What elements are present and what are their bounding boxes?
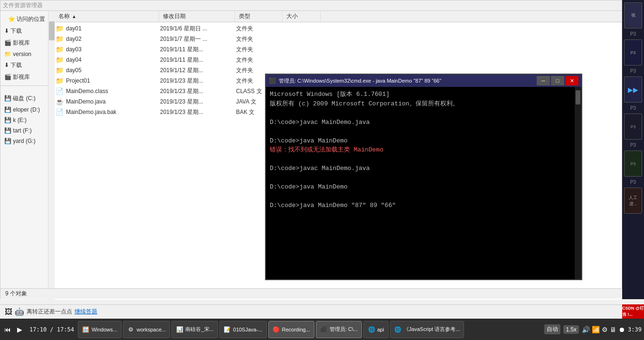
toolbar-link[interactable]: 继续答题 bbox=[75, 308, 97, 316]
playback-speed[interactable]: 1.5x bbox=[563, 325, 579, 334]
record-icon[interactable]: ⏺ bbox=[618, 326, 625, 333]
file-name-2: day03 bbox=[66, 46, 160, 53]
table-row[interactable]: 📁 day01 2019/1/6 星期日 ... 文件夹 bbox=[55, 23, 622, 34]
video-thumb-6[interactable]: 人工进... bbox=[624, 188, 642, 214]
cmd-body: Microsoft Windows [版本 6.1.7601]版权所有 (c) … bbox=[266, 87, 581, 279]
taskbar-btn-api[interactable]: 🌐api bbox=[363, 321, 388, 338]
cmd-line: D:\code>java MainDemo "87" 89 "66" bbox=[270, 201, 578, 210]
cmd-line: D:\code>java MainDemo bbox=[270, 136, 578, 146]
col-type-header[interactable]: 类型 bbox=[235, 11, 283, 22]
taskbar-btn-label-4: Recording... bbox=[282, 327, 310, 332]
sidebar-item-diskE[interactable]: 💾 k (E:) bbox=[0, 115, 52, 125]
bottom-toolbar: 🖼 🤖 离转正还差一点点 继续答题 bbox=[0, 304, 622, 319]
cmd-window[interactable]: ⬛ 管理员: C:\Windows\System32\cmd.exe - jav… bbox=[265, 74, 582, 280]
taskbar-btn-label-1: workspace... bbox=[137, 327, 166, 332]
video-thumb-5[interactable]: P3 bbox=[624, 151, 642, 177]
file-type-1: 文件夹 bbox=[236, 35, 284, 43]
sidebar-item-quick-access[interactable]: ⭐ 访问的位置 bbox=[4, 13, 52, 25]
explorer-header-text: 文件资源管理器 bbox=[3, 1, 43, 9]
cmd-line: D:\code>javac MainDemo.java bbox=[270, 118, 578, 127]
taskbar-btn-Windows[interactable]: 🪟Windows... bbox=[78, 321, 122, 338]
video-thumb-3[interactable]: ▶▶ bbox=[624, 76, 642, 103]
display-icon[interactable]: 🖥 bbox=[610, 326, 616, 333]
cmd-close-button[interactable]: ✕ bbox=[565, 76, 578, 85]
tray-icons: 🔊 📶 ⚙ 🖥 ⏺ bbox=[582, 326, 625, 333]
network-icon[interactable]: 📶 bbox=[592, 326, 600, 333]
col-date-header[interactable]: 修改日期 bbox=[159, 11, 235, 22]
cmd-line: D:\code>java MainDemo bbox=[270, 182, 578, 192]
taskbar-btn-icon-7: 🌐 bbox=[394, 326, 402, 333]
file-date-7: 2019/1/23 星期... bbox=[160, 98, 236, 106]
taskbar-btn-icon-0: 🪟 bbox=[82, 326, 90, 333]
sidebar-item-download2[interactable]: ⬇ 下载 bbox=[0, 59, 52, 71]
play-button[interactable]: ▶ bbox=[14, 324, 25, 335]
sidebar-item-version[interactable]: 📁 version bbox=[0, 49, 52, 59]
file-name-0: day01 bbox=[66, 25, 160, 32]
video-thumb-2[interactable]: P3 bbox=[624, 39, 642, 66]
table-row[interactable]: 📁 day03 2019/1/11 星期... 文件夹 bbox=[55, 44, 622, 55]
file-name-4: day05 bbox=[66, 67, 160, 74]
taskbar-btn-Recording[interactable]: 🔴Recording... bbox=[268, 321, 314, 338]
taskbar-btn-workspace[interactable]: ⚙workspace... bbox=[123, 321, 170, 338]
taskbar-btn-icon-2: 📊 bbox=[176, 326, 183, 333]
taskbar-right-section: 自动 1.5x 🔊 📶 ⚙ 🖥 ⏺ 3:39 bbox=[544, 324, 642, 334]
taskbar-btn-icon-5: ⬛ bbox=[320, 326, 328, 333]
csdn-text: CSDN @叮当 !... bbox=[622, 305, 644, 318]
prev-track-button[interactable]: ⏮ bbox=[2, 324, 13, 335]
file-date-5: 2019/1/23 星期... bbox=[160, 77, 236, 85]
sidebar-scrollbar[interactable] bbox=[48, 11, 55, 300]
sidebar-item-download1[interactable]: ⬇ 下载 bbox=[0, 25, 52, 37]
taskbar-btn-C[interactable]: ⬛管理员: C\... bbox=[316, 321, 362, 338]
playback-mode[interactable]: 自动 bbox=[544, 324, 560, 334]
cmd-line: D:\code>javac MainDemo.java bbox=[270, 164, 578, 173]
sidebar-item-diskC[interactable]: 💾 磁盘 (C:) bbox=[0, 93, 52, 104]
sidebar-item-video1[interactable]: 🎬 影视库 bbox=[0, 37, 52, 49]
sidebar-item-diskD[interactable]: 💾 eloper (D:) bbox=[0, 104, 52, 115]
cmd-scrollbar[interactable] bbox=[575, 87, 581, 279]
file-date-3: 2019/1/11 星期... bbox=[160, 56, 236, 64]
cmd-maximize-button[interactable]: □ bbox=[551, 76, 564, 85]
file-type-3: 文件夹 bbox=[236, 56, 284, 64]
table-row[interactable]: 📁 day04 2019/1/11 星期... 文件夹 bbox=[55, 55, 622, 65]
file-date-1: 2019/1/7 星期一 ... bbox=[160, 35, 236, 43]
panel-label-p3-3: P3 bbox=[630, 104, 636, 112]
taskbar-btn-label-5: 管理员: C\... bbox=[330, 326, 358, 333]
taskbar-btn-icon-4: 🔴 bbox=[273, 326, 280, 333]
col-name-header[interactable]: 名称 ▲ bbox=[55, 11, 159, 22]
table-row[interactable]: 📁 day02 2019/1/7 星期一 ... 文件夹 bbox=[55, 34, 622, 44]
explorer-header: 文件资源管理器 bbox=[0, 0, 622, 11]
volume-icon[interactable]: 🔊 bbox=[582, 326, 590, 333]
taskbar-btn-[interactable]: 📊南硅谷_宋... bbox=[171, 321, 218, 338]
sidebar-item-diskF[interactable]: 💾 tart (F:) bbox=[0, 125, 52, 136]
sidebar-item-diskG[interactable]: 💾 yard (G:) bbox=[0, 136, 52, 146]
taskbar-btn-label-3: 010SJava-... bbox=[233, 327, 263, 332]
file-date-0: 2019/1/6 星期日 ... bbox=[160, 25, 236, 33]
file-icon-day03: 📁 bbox=[56, 46, 64, 53]
toolbar-icon-1: 🖼 bbox=[5, 308, 12, 316]
file-sidebar: ⭐ 访问的位置 ⬇ 下载 🎬 影视库 📁 version ⬇ 下载 🎬 影视库 … bbox=[0, 11, 53, 300]
column-headers: 名称 ▲ 修改日期 类型 大小 bbox=[55, 11, 622, 22]
cmd-line: 版权所有 (c) 2009 Microsoft Corporation。保留所有… bbox=[270, 99, 578, 109]
panel-label-p3-1: P3 bbox=[630, 30, 636, 38]
sidebar-item-video2[interactable]: 🎬 影视库 bbox=[0, 71, 52, 83]
taskbar-btn-SJava[interactable]: 📝010SJava-... bbox=[219, 321, 267, 338]
settings-icon[interactable]: ⚙ bbox=[602, 326, 608, 333]
media-controls: ⏮ ▶ bbox=[2, 324, 25, 335]
panel-label-p3-4: P3 bbox=[630, 142, 636, 149]
panel-label-p3-5: P3 bbox=[630, 179, 636, 186]
cmd-line bbox=[270, 192, 578, 201]
video-thumb-4[interactable]: P3 bbox=[624, 113, 642, 140]
taskbar-btn-icon-6: 🌐 bbox=[368, 326, 375, 333]
taskbar-btn-label-6: api bbox=[377, 327, 384, 332]
panel-label-p3-2: P3 bbox=[630, 67, 636, 75]
file-date-2: 2019/1/11 星期... bbox=[160, 46, 236, 54]
cmd-window-controls: ─ □ ✕ bbox=[537, 76, 578, 85]
file-name-8: MainDemo.java.bak bbox=[66, 109, 160, 115]
taskbar-btn-JavaScript[interactable]: 🌐《JavaScript 语言参考... bbox=[390, 321, 464, 338]
video-thumb-1[interactable]: 视 bbox=[624, 2, 642, 28]
cmd-minimize-button[interactable]: ─ bbox=[537, 76, 550, 85]
file-date-6: 2019/1/23 星期... bbox=[160, 87, 236, 95]
csdn-badge: CSDN @叮当 !... bbox=[622, 304, 644, 319]
col-size-header[interactable]: 大小 bbox=[283, 11, 321, 22]
file-name-1: day02 bbox=[66, 36, 160, 42]
